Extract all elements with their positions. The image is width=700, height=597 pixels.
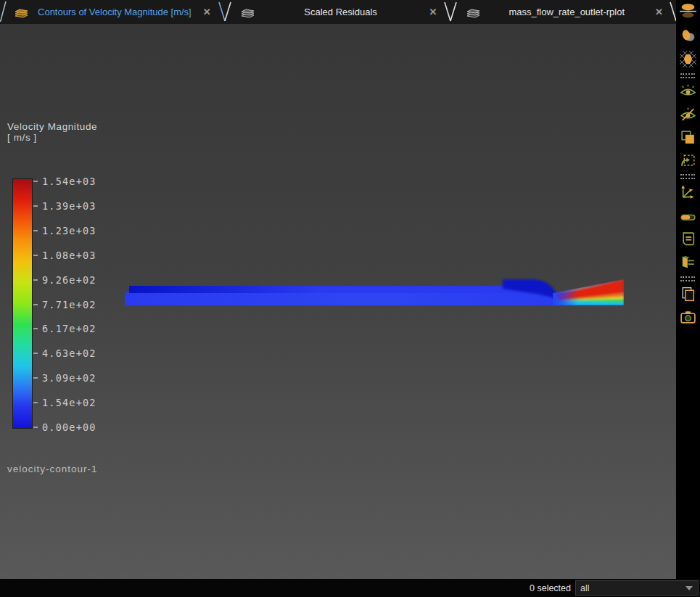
mesh-layers-icon [240,7,255,18]
export-views-icon[interactable] [680,254,696,271]
toolbar-separator [680,276,695,281]
duplicate-window-icon[interactable] [680,286,696,302]
status-bar: 0 selected all [0,579,700,597]
shaded-display-icon[interactable] [680,28,696,44]
tab-edge-slant [669,0,676,24]
selection-filter-dropdown[interactable]: all [575,580,699,596]
tab-separator [217,0,233,24]
ruler-icon[interactable] [680,209,696,226]
tab-close-icon[interactable]: ✕ [652,7,666,17]
dropdown-value: all [580,583,590,593]
graphics-tab-bar: Contours of Velocity Magnitude [m/s] ✕ S… [0,0,676,24]
tab-close-icon[interactable]: ✕ [426,7,440,17]
graphics-toolbar [676,0,700,579]
toolbar-separator [680,174,695,179]
show-eye-icon[interactable] [680,83,696,99]
graphics-viewport[interactable]: Velocity Magnitude [ m/s ] 1.54e+031.39e… [0,24,676,579]
tab-label: mass_flow_rate_outlet-rplot [485,7,648,17]
snapshot-camera-icon[interactable] [680,309,696,326]
tab-separator [442,0,458,24]
overlay-windows-icon[interactable] [680,129,696,146]
zoom-region-icon[interactable] [680,152,696,169]
tab-edge-slant [0,0,7,24]
tab-label: Scaled Residuals [260,7,422,17]
mesh-layers-icon [466,7,481,18]
toolbar-separator [680,73,695,78]
tab-close-icon[interactable]: ✕ [200,7,214,17]
chevron-down-icon [685,586,693,590]
tab-label: Contours of Velocity Magnitude [m/s] [33,7,196,17]
selection-count: 0 selected [530,583,571,593]
tab-contours-velocity[interactable]: Contours of Velocity Magnitude [m/s] ✕ [7,0,217,24]
tab-mass-flow-rate[interactable]: mass_flow_rate_outlet-rplot ✕ [458,0,669,24]
axes-triad-icon[interactable] [680,184,696,200]
hide-eye-icon[interactable] [680,106,696,123]
mesh-layers-icon [14,7,29,18]
mesh-display-icon[interactable] [680,51,696,67]
fluent-graphics-window: Contours of Velocity Magnitude [m/s] ✕ S… [0,0,700,597]
report-document-icon[interactable] [680,231,696,247]
velocity-contour-plot [0,24,676,579]
reflect-display-icon[interactable] [680,2,696,19]
tab-scaled-residuals[interactable]: Scaled Residuals ✕ [233,0,443,24]
